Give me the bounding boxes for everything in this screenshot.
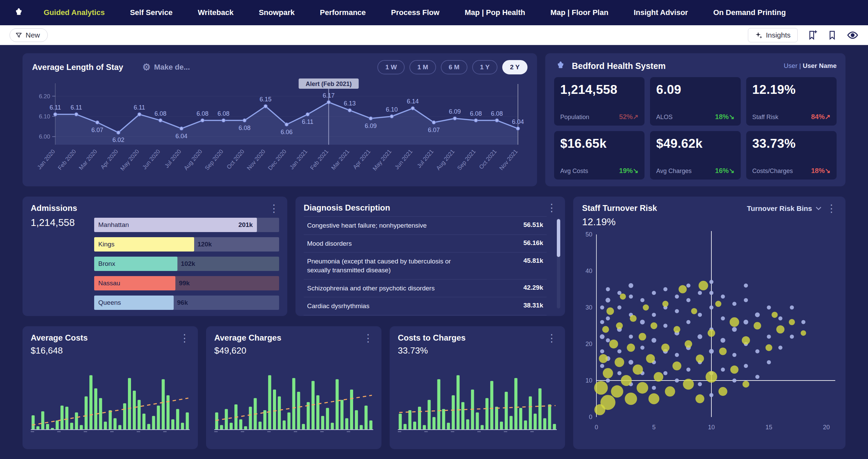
top-nav: Guided Analytics Self Service Writeback … — [0, 0, 868, 25]
average-costs-bar-chart[interactable] — [31, 359, 190, 440]
kpi-card-staff-risk[interactable]: 12.19% Staff Risk84%↗ — [746, 77, 837, 126]
svg-text:6.11: 6.11 — [134, 104, 145, 111]
time-range-selector: 1 W 1 M 6 M 1 Y 2 Y — [377, 60, 527, 74]
admissions-bar-row[interactable]: Bronx102k — [94, 257, 279, 271]
kpi-grid: 1,214,558 Population52%↗ 6.09 ALOS18%↘ 1… — [554, 77, 837, 180]
diagnosis-row[interactable]: Cardiac dysrhythmias38.31k — [304, 297, 547, 315]
svg-text:Alert (Feb 2021): Alert (Feb 2021) — [306, 81, 352, 87]
kpi-card-avg-charges[interactable]: $49.62k Avg Charges16%↘ — [650, 131, 740, 180]
admissions-bar[interactable]: Bronx — [94, 257, 177, 271]
kpi-value: 12.19% — [752, 83, 830, 97]
svg-text:0: 0 — [595, 424, 598, 431]
svg-text:6.20: 6.20 — [39, 93, 50, 100]
svg-text:6.14: 6.14 — [407, 98, 419, 105]
nav-tab-map-pop-health[interactable]: Map | Pop Health — [465, 8, 525, 17]
kpi-card-population[interactable]: 1,214,558 Population52%↗ — [554, 77, 645, 126]
nav-tabs: Guided Analytics Self Service Writeback … — [44, 8, 786, 17]
costs-to-charges-bar-chart[interactable] — [398, 359, 557, 440]
range-pill-1y[interactable]: 1 Y — [472, 60, 497, 74]
svg-text:6.08: 6.08 — [238, 125, 250, 131]
turnover-scatter-chart[interactable]: 0102030405005101520 — [582, 231, 837, 436]
kpi-value: $49.62k — [656, 137, 734, 151]
kebab-menu-icon[interactable]: ⋮ — [547, 333, 557, 343]
svg-text:6.07: 6.07 — [91, 127, 103, 133]
bookmark-icon[interactable] — [827, 30, 837, 40]
app-logo-icon[interactable] — [13, 7, 25, 18]
kebab-menu-icon[interactable]: ⋮ — [269, 203, 279, 214]
kpi-label: ALOS — [656, 114, 672, 121]
diagnosis-row[interactable]: Mood disorders56.16k — [304, 235, 547, 253]
costs-to-charges-panel: Costs to Charges ⋮ 33.73% — [390, 326, 565, 449]
admissions-bar-chart[interactable]: Manhattan201kKings120kBronx102kNassau99k… — [94, 218, 279, 315]
svg-text:6.08: 6.08 — [197, 110, 208, 117]
admissions-value: 120k — [198, 241, 212, 248]
svg-text:May 2021: May 2021 — [372, 148, 393, 172]
nav-tab-self-service[interactable]: Self Service — [130, 8, 173, 17]
svg-text:6.09: 6.09 — [449, 108, 461, 115]
nav-tab-insight-advisor[interactable]: Insight Advisor — [634, 8, 688, 17]
eye-icon[interactable] — [847, 29, 858, 41]
scrollbar-track[interactable] — [557, 218, 560, 309]
nav-tab-on-demand-printing[interactable]: On Demand Printing — [713, 8, 786, 17]
svg-text:Oct 2020: Oct 2020 — [226, 148, 246, 170]
kpi-delta: 19%↘ — [619, 167, 639, 175]
insights-button[interactable]: Insights — [748, 28, 798, 42]
scrollbar-thumb[interactable] — [557, 219, 560, 257]
admissions-bar[interactable]: Manhattan201k — [94, 218, 257, 232]
admissions-bar-row[interactable]: Queens96k — [94, 296, 279, 310]
diagnosis-row[interactable]: Schizophrenia and other psychotic disord… — [304, 279, 547, 298]
kpi-card-costs-charges[interactable]: 33.73% Costs/Charges18%↘ — [746, 131, 837, 180]
user-menu[interactable]: User | User Name — [784, 62, 837, 70]
svg-text:Jan 2021: Jan 2021 — [288, 148, 309, 171]
diagnosis-row[interactable]: Congestive heart failure; nonhypertensiv… — [304, 216, 547, 235]
bookmark-add-icon[interactable] — [807, 30, 818, 40]
nav-tab-guided-analytics[interactable]: Guided Analytics — [44, 8, 105, 17]
alos-subtitle[interactable]: ⚙ Make de... — [142, 62, 190, 73]
admissions-panel: Admissions ⋮ 1,214,558 Manhattan201kKing… — [23, 197, 287, 316]
svg-text:6.08: 6.08 — [218, 110, 230, 117]
svg-text:15: 15 — [765, 424, 772, 431]
kpi-card-avg-costs[interactable]: $16.65k Avg Costs19%↘ — [554, 131, 645, 180]
average-costs-panel: Average Costs ⋮ $16,648 — [23, 326, 198, 449]
range-pill-2y[interactable]: 2 Y — [502, 60, 527, 74]
svg-text:Dec 2020: Dec 2020 — [267, 148, 288, 171]
turnover-bins-dropdown[interactable]: Turnover Risk Bins — [747, 204, 822, 213]
alos-panel: Average Length of Stay ⚙ Make de... 1 W … — [23, 53, 537, 186]
health-system-panel: Bedford Health System User | User Name 1… — [545, 53, 845, 186]
health-system-logo-icon — [554, 60, 567, 72]
alos-line-chart[interactable]: 6.006.106.206.11Jan 20206.11Feb 20206.07… — [32, 78, 527, 177]
admissions-bar-row[interactable]: Nassau99k — [94, 276, 279, 290]
insights-button-label: Insights — [766, 31, 791, 39]
nav-tab-map-floor-plan[interactable]: Map | Floor Plan — [550, 8, 608, 17]
gear-icon[interactable]: ⚙ — [142, 62, 150, 73]
svg-text:6.08: 6.08 — [470, 110, 482, 117]
admissions-bar[interactable]: Kings — [94, 237, 194, 252]
svg-text:Nov 2020: Nov 2020 — [246, 148, 266, 171]
kebab-menu-icon[interactable]: ⋮ — [363, 333, 373, 343]
kebab-menu-icon[interactable]: ⋮ — [826, 203, 837, 214]
admissions-bar-row[interactable]: Manhattan201k — [94, 218, 279, 232]
kebab-menu-icon[interactable]: ⋮ — [547, 203, 557, 213]
admissions-bar[interactable]: Queens — [94, 296, 174, 310]
kebab-menu-icon[interactable]: ⋮ — [179, 333, 190, 343]
health-system-name: Bedford Health System — [572, 61, 666, 71]
borough-label: Manhattan — [98, 221, 129, 229]
kpi-card-alos[interactable]: 6.09 ALOS18%↘ — [650, 77, 740, 126]
staff-turnover-panel: Staff Turnover Risk Turnover Risk Bins ⋮… — [573, 197, 845, 449]
diagnosis-row[interactable]: Pneumonia (except that caused by tubercu… — [304, 253, 547, 279]
svg-text:Jan 2020: Jan 2020 — [36, 148, 57, 171]
nav-tab-performance[interactable]: Performance — [320, 8, 366, 17]
nav-tab-writeback[interactable]: Writeback — [198, 8, 234, 17]
admissions-bar[interactable]: Nassau — [94, 276, 175, 290]
nav-tab-snowpark[interactable]: Snowpark — [259, 8, 294, 17]
nav-tab-process-flow[interactable]: Process Flow — [391, 8, 439, 17]
range-pill-6m[interactable]: 6 M — [441, 60, 467, 74]
average-charges-bar-chart[interactable] — [214, 359, 373, 440]
range-pill-1m[interactable]: 1 M — [409, 60, 436, 74]
range-pill-1w[interactable]: 1 W — [377, 60, 405, 74]
trend-arrow-icon: ↘ — [729, 167, 735, 174]
new-selection-button[interactable]: New — [10, 28, 48, 42]
admissions-bar-row[interactable]: Kings120k — [94, 237, 279, 252]
svg-text:0: 0 — [589, 414, 592, 420]
borough-label: Queens — [98, 299, 121, 306]
